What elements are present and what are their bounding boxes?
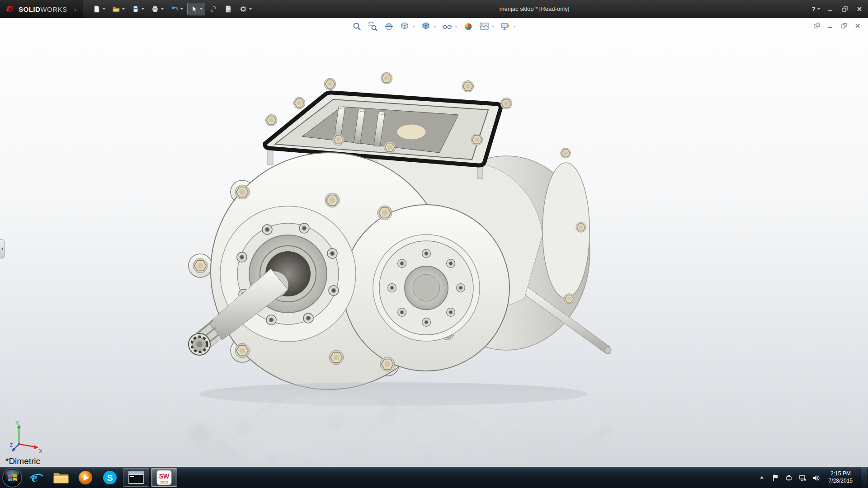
titlebar: SOLIDWORKS › (0, 0, 868, 18)
section-view-button[interactable] (383, 21, 395, 33)
save-button[interactable] (129, 3, 147, 15)
minimize-button[interactable] (825, 4, 836, 14)
reflection-fade (0, 390, 868, 467)
doc-restore-button[interactable] (840, 22, 848, 29)
file-properties-button[interactable] (222, 3, 235, 15)
view-orientation-button[interactable] (399, 21, 416, 33)
taskbar-windows-explorer[interactable] (49, 467, 73, 488)
taskbar-solidworks[interactable]: SW 2015 (151, 468, 177, 487)
feature-manager-flyout-tab[interactable] (0, 239, 5, 258)
open-button[interactable] (109, 3, 127, 15)
apply-scene-icon (479, 22, 489, 32)
safely-remove-hardware-button[interactable] (784, 472, 793, 483)
maximize-restore-button[interactable] (839, 4, 851, 14)
print-button[interactable] (148, 3, 166, 15)
select-arrow-icon (190, 5, 198, 13)
windows-start-icon (2, 467, 23, 488)
new-document-button[interactable] (90, 3, 108, 15)
undo-icon (170, 5, 179, 13)
taskbar-command-prompt[interactable] (123, 468, 149, 487)
zoom-to-area-icon (368, 22, 378, 32)
dropdown-caret[interactable] (455, 26, 458, 28)
solidworks-year-badge: 2015 (160, 480, 168, 484)
display-style-icon (421, 22, 431, 32)
dropdown-caret[interactable] (161, 8, 164, 10)
main-toolbar (90, 3, 255, 15)
minimize-icon (827, 5, 834, 13)
doc-minimize-button[interactable] (826, 22, 835, 29)
dropdown-caret[interactable] (434, 26, 436, 28)
edit-appearance-ball-icon (463, 22, 473, 32)
doc-close-icon (854, 22, 861, 29)
apply-scene-button[interactable] (478, 21, 495, 33)
svg-text:S: S (107, 473, 113, 483)
3d-model-gearbox[interactable] (0, 18, 868, 467)
close-icon (856, 5, 863, 13)
dropdown-caret[interactable] (817, 8, 820, 10)
hide-show-items-button[interactable] (441, 21, 458, 33)
view-settings-button[interactable] (500, 21, 517, 33)
select-tool-button[interactable] (187, 3, 205, 15)
volume-icon (812, 474, 820, 482)
close-button[interactable] (854, 4, 865, 14)
volume-button[interactable] (811, 472, 821, 483)
dropdown-caret[interactable] (412, 26, 415, 28)
dropdown-caret[interactable] (103, 8, 105, 10)
document-window-controls (813, 22, 862, 29)
zoom-to-area-button[interactable] (367, 21, 379, 33)
dropdown-caret[interactable] (513, 26, 516, 28)
doc-window-group-button[interactable] (813, 22, 821, 29)
doc-restore-icon (840, 22, 848, 29)
file-properties-icon (224, 5, 232, 13)
doc-close-button[interactable] (854, 22, 862, 29)
dropdown-caret[interactable] (249, 8, 252, 10)
document-title: menjac sklop * [Read-only] (444, 5, 625, 12)
undo-button[interactable] (168, 3, 186, 15)
taskbar-clock[interactable]: 2:15 PM 7/28/2015 (825, 470, 856, 484)
window-group-icon (813, 22, 821, 29)
rebuild-icon (209, 5, 217, 13)
display-style-button[interactable] (420, 21, 437, 33)
open-folder-icon (112, 5, 120, 13)
dropdown-caret[interactable] (200, 8, 203, 10)
clock-time: 2:15 PM (829, 470, 853, 478)
start-button[interactable] (0, 467, 24, 488)
zoom-to-fit-button[interactable] (351, 21, 363, 33)
dropdown-caret[interactable] (142, 8, 144, 10)
new-document-icon (93, 5, 101, 13)
network-button[interactable] (798, 472, 807, 483)
gearbox-assembly (189, 72, 611, 389)
help-button[interactable]: ? (810, 5, 822, 14)
dropdown-caret[interactable] (180, 8, 183, 10)
taskbar-media-player[interactable] (73, 467, 98, 488)
taskbar-internet-explorer[interactable]: e (24, 467, 49, 488)
reference-triad: Y X Z (10, 421, 43, 454)
edit-appearance-button[interactable] (462, 21, 474, 33)
command-prompt-icon (128, 471, 144, 484)
svg-text:SW: SW (159, 473, 170, 480)
internet-explorer-icon: e (29, 470, 44, 485)
windows-taskbar: e S (0, 467, 868, 488)
options-button[interactable] (236, 3, 255, 15)
top-cover-assembly (265, 72, 512, 165)
dropdown-caret[interactable] (492, 26, 495, 28)
dropdown-caret[interactable] (122, 8, 125, 10)
show-desktop-button[interactable] (861, 467, 867, 488)
menu-expand-arrow[interactable]: › (72, 5, 78, 13)
system-tray: 2:15 PM 7/28/2015 (757, 467, 868, 488)
action-center-button[interactable] (771, 472, 780, 483)
restore-icon (841, 5, 849, 13)
network-icon (798, 474, 807, 482)
print-icon (151, 5, 159, 13)
tray-expand-button[interactable] (757, 472, 766, 483)
solidworks-window: SOLIDWORKS › (0, 0, 868, 488)
doc-minimize-icon (827, 22, 834, 29)
triad-x-label: X (39, 448, 42, 454)
rebuild-button[interactable] (207, 3, 220, 15)
skype-icon: S (102, 470, 118, 485)
taskbar-skype[interactable]: S (98, 467, 122, 488)
triad-y-label: Y (15, 421, 19, 427)
media-player-icon (78, 470, 93, 485)
options-gear-icon (239, 5, 247, 13)
brand-text-bold: SOLID (19, 5, 40, 13)
